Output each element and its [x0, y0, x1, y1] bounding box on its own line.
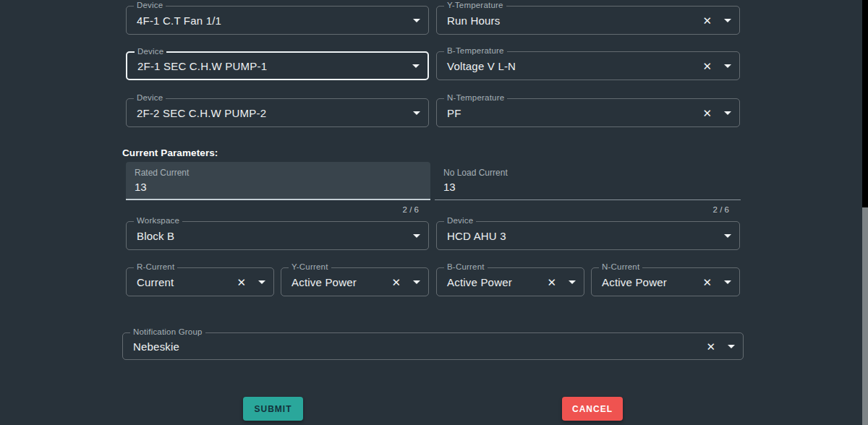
device-2-select[interactable]: Device 2F-1 SEC C.H.W PUMP-1	[126, 51, 429, 80]
clear-icon[interactable]: ✕	[702, 277, 712, 288]
clear-icon[interactable]: ✕	[391, 277, 401, 288]
chevron-down-icon[interactable]	[412, 64, 420, 68]
workspace-select[interactable]: Workspace Block B	[126, 221, 429, 250]
device-1-select[interactable]: Device 4F-1 C.T Fan 1/1	[126, 6, 429, 35]
clear-icon[interactable]: ✕	[702, 61, 712, 72]
r-current-select[interactable]: R-Current Current ✕	[126, 267, 274, 296]
chevron-down-icon[interactable]	[724, 111, 731, 115]
b-temperature-select[interactable]: B-Temperature Voltage V L-N ✕	[436, 51, 740, 80]
submit-button[interactable]: SUBMIT	[243, 397, 303, 421]
y-temperature-value: Run Hours	[447, 7, 501, 34]
clear-icon[interactable]: ✕	[702, 108, 712, 119]
device-4-select[interactable]: Device HCD AHU 3	[436, 221, 740, 250]
chevron-down-icon[interactable]	[413, 19, 420, 22]
chevron-down-icon[interactable]	[724, 280, 731, 284]
rated-current-value: 13	[135, 181, 147, 193]
chevron-down-icon[interactable]	[724, 19, 731, 22]
device-3-value: 2F-2 SEC C.H.W PUMP-2	[137, 99, 266, 126]
scrollbar-track[interactable]	[862, 0, 868, 425]
b-temperature-value: Voltage V L-N	[447, 52, 516, 80]
device-4-value: HCD AHU 3	[447, 222, 506, 249]
chevron-down-icon[interactable]	[413, 234, 420, 238]
notification-group-select[interactable]: Notification Group Nebeskie ✕	[122, 332, 744, 360]
n-temperature-select[interactable]: N-Temperature PF ✕	[436, 98, 740, 127]
scrollbar-thumb[interactable]	[862, 207, 868, 425]
no-load-current-label: No Load Current	[443, 168, 508, 178]
chevron-down-icon[interactable]	[728, 345, 735, 348]
notification-group-value: Nebeskie	[133, 333, 179, 359]
chevron-down-icon[interactable]	[413, 280, 420, 284]
workspace-value: Block B	[137, 222, 174, 249]
device-config-form: Device 4F-1 C.T Fan 1/1 Y-Temperature Ru…	[0, 0, 868, 425]
b-current-value: Active Power	[447, 268, 512, 296]
device-2-value: 2F-1 SEC C.H.W PUMP-1	[137, 53, 267, 79]
device-3-select[interactable]: Device 2F-2 SEC C.H.W PUMP-2	[126, 98, 429, 127]
chevron-down-icon[interactable]	[724, 64, 731, 68]
clear-icon[interactable]: ✕	[706, 341, 715, 352]
n-current-value: Active Power	[602, 268, 667, 296]
device-1-value: 4F-1 C.T Fan 1/1	[137, 7, 221, 34]
chevron-down-icon[interactable]	[569, 280, 576, 284]
rated-current-label: Rated Current	[135, 168, 189, 178]
y-current-select[interactable]: Y-Current Active Power ✕	[281, 267, 429, 296]
rated-current-counter: 2 / 6	[126, 205, 430, 214]
clear-icon[interactable]: ✕	[547, 277, 556, 288]
chevron-down-icon[interactable]	[413, 111, 420, 115]
current-parameters-heading: Current Parameters:	[122, 147, 218, 158]
no-load-current-input[interactable]: No Load Current 13	[435, 162, 741, 200]
n-current-select[interactable]: N-Current Active Power ✕	[591, 267, 740, 296]
no-load-current-value: 13	[443, 181, 456, 193]
chevron-down-icon[interactable]	[724, 234, 731, 238]
y-current-value: Active Power	[292, 268, 357, 296]
y-temperature-select[interactable]: Y-Temperature Run Hours ✕	[436, 6, 740, 35]
clear-icon[interactable]: ✕	[237, 277, 246, 288]
n-temperature-value: PF	[447, 99, 461, 126]
cancel-button[interactable]: CANCEL	[562, 397, 623, 421]
b-current-select[interactable]: B-Current Active Power ✕	[436, 267, 584, 296]
rated-current-input[interactable]: Rated Current 13	[126, 162, 430, 200]
no-load-current-counter: 2 / 6	[435, 205, 741, 214]
chevron-down-icon[interactable]	[258, 280, 265, 284]
r-current-value: Current	[137, 268, 174, 296]
clear-icon[interactable]: ✕	[702, 15, 712, 26]
